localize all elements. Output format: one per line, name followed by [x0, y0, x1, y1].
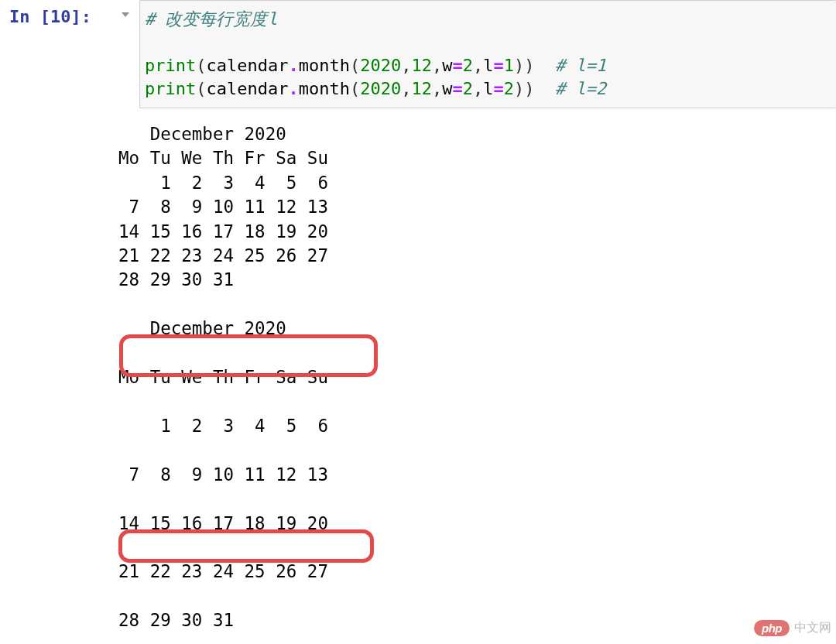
in-prompt: In [10]: — [9, 7, 115, 26]
prompt-area: In [10]: — [0, 0, 115, 33]
watermark-text: 中文网 — [794, 620, 831, 636]
code-comment: # 改变每行宽度l — [145, 9, 278, 29]
annotation-box-1 — [119, 334, 378, 377]
php-logo-icon: php — [754, 620, 790, 636]
notebook-cell: In [10]: # 改变每行宽度l print(calendar.month(… — [0, 0, 836, 108]
tok-print: print — [145, 56, 196, 75]
watermark: php 中文网 — [754, 620, 831, 636]
code-input[interactable]: # 改变每行宽度l print(calendar.month(2020,12,w… — [139, 0, 836, 108]
chevron-down-icon — [121, 11, 130, 19]
annotation-box-2 — [118, 529, 374, 563]
tok-print: print — [145, 79, 196, 98]
cell-collapse-toggle[interactable] — [115, 0, 136, 21]
